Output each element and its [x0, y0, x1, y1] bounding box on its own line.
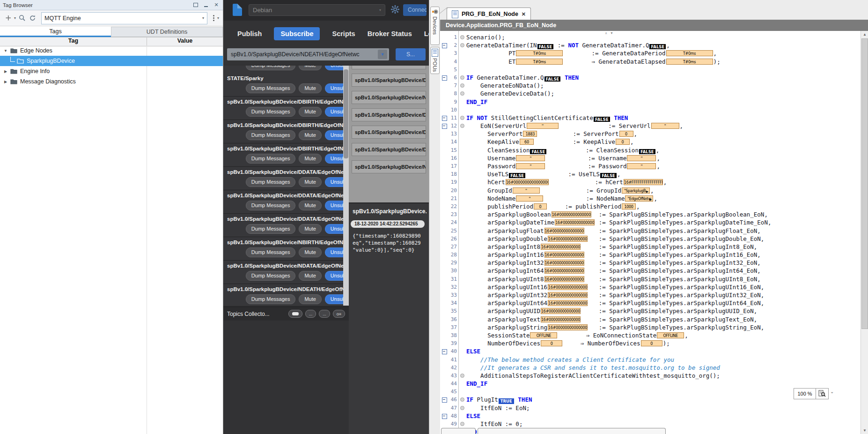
collapse-minus-icon[interactable] [442, 43, 447, 48]
breakpoint-margin[interactable] [458, 58, 466, 66]
monitor-value-box[interactable]: '' [527, 123, 559, 129]
bottom-tab-2[interactable] [478, 428, 666, 434]
breakpoint-margin[interactable] [458, 202, 466, 210]
scroll-up-icon[interactable]: ▲ [861, 31, 868, 38]
button-unsubscribe[interactable]: Unsubscribe [325, 83, 343, 93]
breakpoint-margin[interactable] [458, 251, 466, 259]
button-dump-messages[interactable]: Dump Messages [246, 83, 296, 93]
monitor-value-box[interactable]: 16#000000000000000 [541, 308, 581, 314]
monitor-value-box[interactable]: 0 [619, 131, 633, 137]
button-unsubscribe[interactable]: Unsubscribe [325, 130, 343, 140]
breakpoint-margin[interactable] [458, 90, 466, 97]
breakpoint-margin[interactable] [458, 146, 466, 154]
button-mute[interactable]: Mute [299, 271, 321, 281]
editor-zoom-level[interactable]: 100 % [794, 388, 816, 399]
button-mute[interactable]: Mute [299, 247, 321, 257]
tab-udt-definitions[interactable]: UDT Definitions [111, 27, 223, 37]
close-button[interactable]: ✕ [213, 2, 220, 8]
monitor-bool-box[interactable]: FALSE [600, 173, 617, 178]
monitor-value-box[interactable]: "SparkplugB▶ [622, 187, 650, 194]
breakpoint-margin[interactable] [458, 178, 466, 186]
button-dump-messages[interactable]: Dump Messages [246, 294, 296, 304]
options-menu-button[interactable] [212, 15, 215, 21]
column-header-value[interactable]: Value [147, 37, 223, 46]
fold-toggle[interactable] [440, 114, 449, 122]
collapse-minus-icon[interactable] [442, 124, 447, 129]
monitor-bool-box[interactable]: FALSE [509, 173, 525, 178]
collapse-minus-icon[interactable] [442, 116, 447, 121]
breakpoint-margin[interactable] [458, 299, 466, 307]
breakpoint-margin[interactable] [458, 356, 466, 364]
message-item[interactable]: spBv1.0/SparkplugBDevice/DDAT [352, 108, 426, 121]
monitor-value-box[interactable]: 16#000000000000000 [544, 252, 584, 258]
monitor-value-box[interactable]: OFFLINE [530, 332, 557, 338]
monitor-value-box[interactable]: '' [513, 187, 540, 194]
monitor-value-box[interactable]: OFFLINE [657, 332, 684, 338]
button-unsubscribe[interactable]: Unsubscribe [325, 224, 343, 234]
breakpoint-margin[interactable] [458, 323, 466, 331]
breakpoint-margin[interactable] [458, 380, 466, 388]
fold-toggle[interactable] [440, 122, 449, 130]
monitor-value-box[interactable]: 1883 [523, 131, 537, 137]
code-area[interactable]: 1Scenario();2GenerateDataTimer(INFALSE :… [440, 31, 861, 434]
editor-tab-prg-fb-eon-node[interactable]: PRG_FB_EoN_Node ✕ [447, 7, 531, 20]
monitor-value-box[interactable]: 16#000000000000000 [548, 284, 588, 290]
button-mute[interactable]: Mute [299, 224, 321, 234]
monitor-bool-box[interactable]: FALSE [594, 117, 610, 122]
topic-input[interactable]: spBv1.0/SparkplugBDevice/NDEATH/EdgeOfNe… [227, 48, 389, 60]
column-header-tag[interactable]: Tag [0, 37, 147, 46]
monitor-value-box[interactable]: T#0ms [516, 59, 563, 65]
editor-split-handle[interactable]: ∧ ▼ [605, 31, 614, 35]
monitor-value-box[interactable]: T#0ms [516, 50, 563, 56]
message-item[interactable]: spBv1.0/SparkplugBDevice/DDAT [352, 126, 426, 139]
monitor-value-box[interactable]: 16#0000000000000000 [506, 179, 549, 185]
monitor-value-box[interactable]: '' [651, 123, 679, 129]
breakpoint-margin[interactable] [458, 138, 466, 146]
close-tab-icon[interactable]: ✕ [522, 11, 526, 17]
monitor-value-box[interactable]: "EdgeOfNetw▶ [625, 195, 653, 202]
fold-toggle[interactable] [440, 396, 449, 404]
breakpoint-margin[interactable] [458, 404, 466, 412]
search-button[interactable] [18, 14, 26, 22]
collector-more-button-1[interactable]: ... [305, 310, 316, 318]
tab-tags[interactable]: Tags [0, 27, 111, 37]
fold-toggle[interactable] [440, 347, 449, 355]
subscription-scrollbar[interactable] [343, 66, 349, 306]
breakpoint-margin[interactable] [458, 235, 466, 243]
breakpoint-margin[interactable] [458, 154, 466, 162]
monitor-value-box[interactable]: 16#000000000000000 [548, 324, 588, 330]
breakpoint-margin[interactable] [458, 210, 466, 218]
breakpoint-margin[interactable] [458, 66, 466, 74]
breakpoint-margin[interactable] [458, 74, 466, 82]
button-mute[interactable]: Mute [299, 130, 321, 140]
button-dump-messages[interactable]: Dump Messages [246, 247, 296, 257]
breakpoint-margin[interactable] [458, 122, 466, 130]
button-unsubscribe[interactable]: Unsubscribe [325, 154, 343, 164]
breakpoint-margin[interactable] [458, 388, 466, 396]
monitor-value-box[interactable]: 16#000000000000000 [548, 292, 588, 298]
breakpoint-margin[interactable] [458, 130, 466, 138]
button-mute[interactable]: Mute [299, 294, 321, 304]
message-item[interactable]: spBv1.0/SparkplugBDevice/DDAT [352, 74, 426, 87]
monitor-value-box[interactable]: '' [516, 155, 545, 161]
add-tag-button[interactable] [4, 14, 12, 22]
sidetab-devices[interactable]: Devices [430, 7, 440, 45]
refresh-button[interactable] [28, 14, 37, 22]
monitor-value-box[interactable]: '' [516, 195, 543, 202]
breakpoint-margin[interactable] [458, 33, 466, 41]
monitor-value-box[interactable]: 60 [520, 139, 534, 145]
options-caret-icon[interactable]: ▾ [217, 16, 219, 20]
mqtt-tab-broker-status[interactable]: Broker Status [368, 30, 412, 37]
sidetab-pous[interactable]: POUs [430, 47, 440, 74]
monitor-bool-box[interactable]: FALSE [530, 149, 546, 154]
fold-toggle[interactable] [440, 412, 449, 420]
collapse-minus-icon[interactable] [442, 397, 447, 403]
button-unsubscribe[interactable]: Unsubscribe [325, 271, 343, 281]
monitor-value-box[interactable]: 0 [641, 340, 662, 346]
monitor-value-box[interactable]: T#0ms [666, 59, 713, 65]
breakpoint-margin[interactable] [458, 227, 466, 235]
editor-scrollbar[interactable]: ▲ ▼ [861, 31, 868, 434]
button-unsubscribe[interactable]: Unsubscribe [325, 177, 343, 187]
breakpoint-margin[interactable] [458, 331, 466, 339]
message-item[interactable]: spBv1.0/SparkplugBDevice/NDAT [352, 91, 426, 104]
